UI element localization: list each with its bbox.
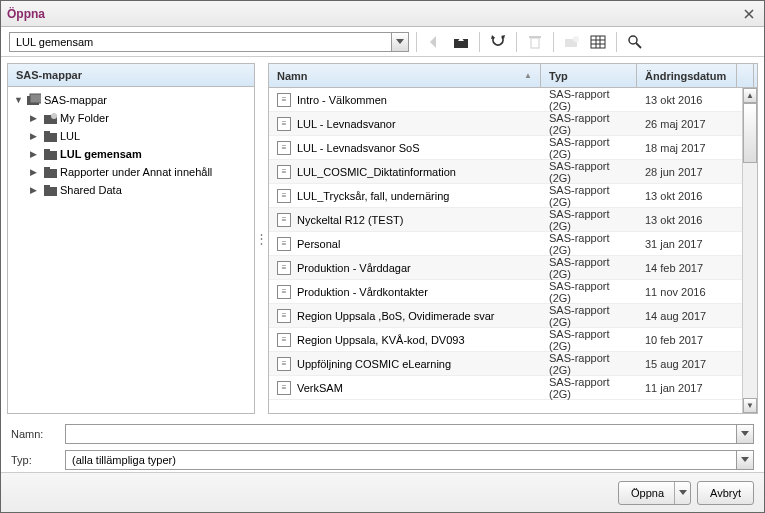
tree-item-my-folder[interactable]: ▶ My Folder bbox=[10, 109, 252, 127]
refresh-button[interactable] bbox=[487, 31, 509, 53]
table-row[interactable]: ≡PersonalSAS-rapport (2G)31 jan 2017 bbox=[269, 232, 757, 256]
column-name-label: Namn bbox=[277, 70, 308, 82]
cell-name: ≡Produktion - Vårddagar bbox=[269, 261, 541, 275]
cell-name: ≡Personal bbox=[269, 237, 541, 251]
type-combo[interactable] bbox=[65, 450, 754, 470]
cell-type: SAS-rapport (2G) bbox=[541, 376, 637, 400]
table-row[interactable]: ≡Nyckeltal R12 (TEST)SAS-rapport (2G)13 … bbox=[269, 208, 757, 232]
table-row[interactable]: ≡Uppföljning COSMIC eLearningSAS-rapport… bbox=[269, 352, 757, 376]
scroll-thumb[interactable] bbox=[743, 103, 757, 163]
scroll-up-button[interactable]: ▲ bbox=[743, 88, 757, 103]
report-icon: ≡ bbox=[277, 333, 291, 347]
toolbar bbox=[1, 27, 764, 57]
cell-date: 14 feb 2017 bbox=[637, 262, 737, 274]
type-row: Typ: bbox=[11, 450, 754, 470]
new-folder-button[interactable] bbox=[561, 31, 583, 53]
path-input[interactable] bbox=[9, 32, 391, 52]
splitter[interactable] bbox=[259, 63, 264, 414]
chevron-down-icon bbox=[396, 39, 404, 45]
twisty-closed-icon: ▶ bbox=[30, 149, 40, 159]
svg-rect-19 bbox=[44, 149, 50, 152]
tree-item-shared-data[interactable]: ▶ Shared Data bbox=[10, 181, 252, 199]
tree-header: SAS-mappar bbox=[8, 64, 254, 87]
close-button[interactable] bbox=[740, 5, 758, 23]
svg-rect-1 bbox=[531, 38, 539, 48]
tree-item-label: Rapporter under Annat innehåll bbox=[60, 166, 212, 178]
open-split-button[interactable] bbox=[674, 482, 690, 504]
table-row[interactable]: ≡Region Uppsala ,BoS, Ovidimerade svarSA… bbox=[269, 304, 757, 328]
footer-fields: Namn: Typ: bbox=[1, 420, 764, 472]
cell-type: SAS-rapport (2G) bbox=[541, 256, 637, 280]
separator bbox=[479, 32, 480, 52]
path-selector[interactable] bbox=[9, 32, 409, 52]
tree-item-lul[interactable]: ▶ LUL bbox=[10, 127, 252, 145]
tree-body: ▼ SAS-mappar ▶ My Folder ▶ LUL bbox=[8, 87, 254, 413]
file-list-panel: Namn ▲ Typ Ändringsdatum ≡Intro - Välkom… bbox=[268, 63, 758, 414]
table-row[interactable]: ≡VerkSAMSAS-rapport (2G)11 jan 2017 bbox=[269, 376, 757, 400]
scroll-down-button[interactable]: ▼ bbox=[743, 398, 757, 413]
cell-type: SAS-rapport (2G) bbox=[541, 88, 637, 112]
column-header-date[interactable]: Ändringsdatum bbox=[637, 64, 737, 87]
folder-icon bbox=[43, 147, 57, 161]
table-row[interactable]: ≡LUL_COSMIC_DiktatinformationSAS-rapport… bbox=[269, 160, 757, 184]
column-header-name[interactable]: Namn ▲ bbox=[269, 64, 541, 87]
file-name: Uppföljning COSMIC eLearning bbox=[297, 358, 451, 370]
folder-stack-icon bbox=[27, 93, 41, 107]
sort-asc-icon: ▲ bbox=[524, 71, 532, 80]
table-row[interactable]: ≡Intro - VälkommenSAS-rapport (2G)13 okt… bbox=[269, 88, 757, 112]
cell-name: ≡VerkSAM bbox=[269, 381, 541, 395]
svg-point-15 bbox=[51, 113, 57, 119]
report-icon: ≡ bbox=[277, 93, 291, 107]
column-header-type[interactable]: Typ bbox=[541, 64, 637, 87]
separator bbox=[616, 32, 617, 52]
list-body: ≡Intro - VälkommenSAS-rapport (2G)13 okt… bbox=[269, 88, 757, 413]
name-input[interactable] bbox=[65, 424, 736, 444]
svg-rect-17 bbox=[44, 131, 50, 134]
file-name: Produktion - Vårdkontakter bbox=[297, 286, 428, 298]
search-button[interactable] bbox=[624, 31, 646, 53]
table-row[interactable]: ≡Region Uppsala, KVÅ-kod, DV093SAS-rappo… bbox=[269, 328, 757, 352]
dialog-body: SAS-mappar ▼ SAS-mappar ▶ My Folder ▶ bbox=[1, 57, 764, 420]
svg-rect-20 bbox=[44, 169, 57, 178]
report-icon: ≡ bbox=[277, 117, 291, 131]
file-name: LUL_Trycksår, fall, undernäring bbox=[297, 190, 449, 202]
cell-type: SAS-rapport (2G) bbox=[541, 280, 637, 304]
cell-date: 13 okt 2016 bbox=[637, 94, 737, 106]
report-icon: ≡ bbox=[277, 285, 291, 299]
tree-root[interactable]: ▼ SAS-mappar bbox=[10, 91, 252, 109]
twisty-open-icon: ▼ bbox=[14, 95, 24, 105]
cell-name: ≡LUL - Levnadsvanor bbox=[269, 117, 541, 131]
svg-rect-5 bbox=[591, 36, 605, 48]
cell-name: ≡Region Uppsala ,BoS, Ovidimerade svar bbox=[269, 309, 541, 323]
folder-icon bbox=[43, 183, 57, 197]
tree-item-rapporter[interactable]: ▶ Rapporter under Annat innehåll bbox=[10, 163, 252, 181]
scroll-track[interactable] bbox=[743, 163, 757, 398]
arrow-left-icon bbox=[428, 36, 442, 48]
table-row[interactable]: ≡LUL_Trycksår, fall, undernäringSAS-rapp… bbox=[269, 184, 757, 208]
delete-button[interactable] bbox=[524, 31, 546, 53]
folder-icon bbox=[43, 165, 57, 179]
refresh-icon bbox=[490, 35, 506, 49]
name-dropdown-button[interactable] bbox=[736, 424, 754, 444]
grip-icon bbox=[255, 231, 268, 246]
tree-item-lul-gemensam[interactable]: ▶ LUL gemensam bbox=[10, 145, 252, 163]
cancel-button[interactable]: Avbryt bbox=[697, 481, 754, 505]
report-icon: ≡ bbox=[277, 165, 291, 179]
open-button[interactable]: Öppna bbox=[618, 481, 691, 505]
type-dropdown-button[interactable] bbox=[736, 450, 754, 470]
table-row[interactable]: ≡LUL - Levnadsvanor SoSSAS-rapport (2G)1… bbox=[269, 136, 757, 160]
view-button[interactable] bbox=[587, 31, 609, 53]
folder-up-icon bbox=[453, 35, 469, 49]
type-input[interactable] bbox=[65, 450, 736, 470]
back-button[interactable] bbox=[424, 31, 446, 53]
table-row[interactable]: ≡Produktion - VårdkontakterSAS-rapport (… bbox=[269, 280, 757, 304]
table-row[interactable]: ≡Produktion - VårddagarSAS-rapport (2G)1… bbox=[269, 256, 757, 280]
table-row[interactable]: ≡LUL - LevnadsvanorSAS-rapport (2G)26 ma… bbox=[269, 112, 757, 136]
up-button[interactable] bbox=[450, 31, 472, 53]
tree-root-label: SAS-mappar bbox=[44, 94, 107, 106]
report-icon: ≡ bbox=[277, 213, 291, 227]
path-dropdown-button[interactable] bbox=[391, 32, 409, 52]
vertical-scrollbar[interactable]: ▲ ▼ bbox=[742, 88, 757, 413]
name-combo[interactable] bbox=[65, 424, 754, 444]
window-title: Öppna bbox=[7, 7, 45, 21]
